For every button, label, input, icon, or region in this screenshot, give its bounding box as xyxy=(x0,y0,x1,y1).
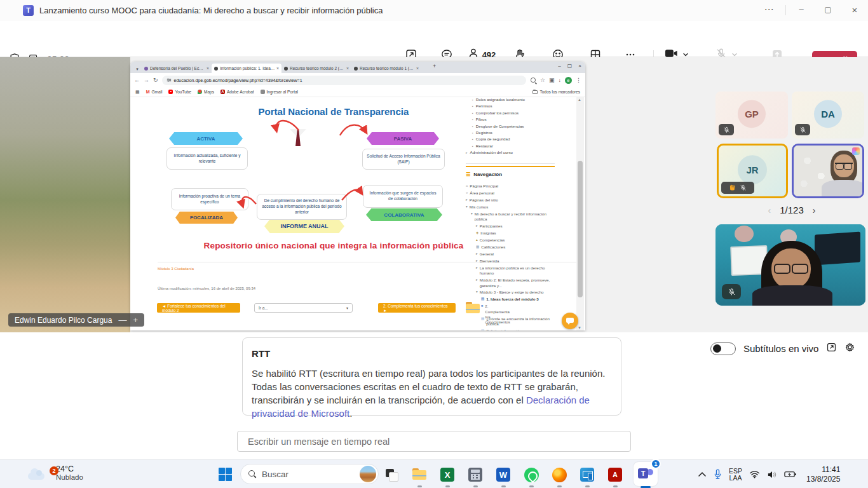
acrobat-button[interactable]: A xyxy=(606,465,625,484)
browser-minimize-button[interactable]: – xyxy=(558,63,560,69)
downloads-icon[interactable]: ↓ xyxy=(559,77,562,83)
navigation-item[interactable]: ▸ Bienvenida xyxy=(466,259,559,264)
browser-menu-icon[interactable]: ⋮ xyxy=(576,77,581,83)
admin-item[interactable]: ▪ Copia de seguridad xyxy=(466,137,561,141)
bookmark-item[interactable]: M Gmail xyxy=(146,90,163,94)
scrollbar-thumb[interactable] xyxy=(578,161,583,297)
admin-item[interactable]: ▸ Administración del curso xyxy=(466,150,561,154)
bookmark-item[interactable]: A Adobe Acrobat xyxy=(220,90,254,94)
zoom-search-icon[interactable] xyxy=(530,74,536,86)
address-input[interactable]: educacion.dpe.gob.ec/mod/page/view.php?i… xyxy=(162,76,526,85)
participant-tile-da[interactable]: DA xyxy=(792,92,864,139)
language-indicator[interactable]: ESPLAA xyxy=(729,468,742,482)
participant-tile-gp[interactable]: GP xyxy=(715,92,788,139)
tray-microphone-icon[interactable] xyxy=(714,469,722,480)
jump-to-select[interactable]: Ir a... ▾ xyxy=(254,303,353,313)
window-restore-button[interactable]: ▢ xyxy=(818,3,837,17)
pager-next-icon[interactable]: › xyxy=(813,205,816,215)
all-bookmarks-button[interactable]: Todos los marcadores xyxy=(532,90,580,94)
zoom-out-icon[interactable]: — xyxy=(118,315,126,325)
bing-daily-image[interactable] xyxy=(360,466,376,482)
battery-icon[interactable] xyxy=(784,470,797,478)
navigation-item[interactable]: ▤ Solicitar información xyxy=(466,329,559,330)
participant-tile-video[interactable] xyxy=(792,144,864,198)
admin-item[interactable]: ▪ Filtros xyxy=(466,117,561,121)
bookmark-item[interactable]: Maps xyxy=(198,90,214,94)
task-view-button[interactable] xyxy=(382,465,401,484)
apps-grid-icon[interactable]: ▦ xyxy=(135,90,140,95)
wifi-icon[interactable] xyxy=(749,470,760,478)
navigation-item[interactable]: ▴ Competencias xyxy=(466,238,559,243)
navigation-item[interactable]: ○ Área personal xyxy=(466,191,559,196)
captions-popout-icon[interactable] xyxy=(826,342,837,355)
navigation-item[interactable]: ▸ Participantes xyxy=(466,224,559,229)
navigation-item[interactable]: ▸ General xyxy=(466,252,559,257)
volume-icon[interactable] xyxy=(767,470,777,479)
navigation-item[interactable]: ▾ Módulo 3 - Ejerce y exige tu derecho xyxy=(466,290,559,295)
admin-item[interactable]: ▪ Desglose de Competencias xyxy=(466,124,561,128)
tab-close-icon[interactable]: × xyxy=(416,66,419,71)
bookmark-item[interactable]: Ingresar al Portal xyxy=(261,90,299,94)
navigation-item[interactable]: ▤ 1. Ideas fuerza del módulo 3 xyxy=(466,297,559,302)
navigation-item[interactable]: ▸ La información pública es un derecho h… xyxy=(466,266,559,276)
tab-close-icon[interactable]: × xyxy=(207,66,209,71)
file-explorer-button[interactable] xyxy=(410,465,429,484)
side-panel-icon[interactable]: ▣ xyxy=(549,77,555,83)
page-scrollbar[interactable]: ▲ ▼ xyxy=(576,97,584,330)
participant-tile-jr[interactable]: JR xyxy=(717,144,788,198)
browser-tab[interactable]: Recurso teórico módulo 1 (1)... × xyxy=(351,64,421,73)
word-button[interactable]: W xyxy=(494,465,513,484)
browser-close-button[interactable]: × xyxy=(578,63,581,69)
forward-icon[interactable]: → xyxy=(144,77,149,83)
tab-search-icon[interactable]: ▾ xyxy=(133,65,142,73)
floating-chat-button[interactable] xyxy=(562,313,578,329)
module-link[interactable]: Módulo 3 Ciudadanía xyxy=(158,267,194,271)
navigation-item[interactable]: ▸ Módulo 2: El Estado respeta, promueve,… xyxy=(466,278,559,288)
admin-item[interactable]: ▪ Registros xyxy=(466,130,561,135)
browser-tab[interactable]: Defensoría del Pueblo | Ecuado × xyxy=(142,64,212,73)
rtt-message-input[interactable] xyxy=(248,437,620,447)
whatsapp-button[interactable] xyxy=(522,465,541,484)
captions-settings-icon[interactable] xyxy=(844,342,855,355)
teams-taskbar-button[interactable]: T 1 xyxy=(634,462,658,486)
bookmark-item[interactable]: YouTube xyxy=(168,90,191,94)
reload-icon[interactable]: ↻ xyxy=(153,77,158,83)
taskbar-search[interactable]: Buscar xyxy=(240,464,379,484)
firefox-button[interactable] xyxy=(550,465,569,484)
phone-link-button[interactable] xyxy=(578,465,597,484)
tab-close-icon[interactable]: × xyxy=(276,66,279,71)
live-captions-toggle[interactable] xyxy=(710,342,736,355)
navigation-item[interactable]: ▾ Mi derecho a buscar y recibir informac… xyxy=(466,212,559,222)
start-button[interactable] xyxy=(219,468,232,481)
navigation-item[interactable]: ▤ ¿Dónde se encuentra la información púb… xyxy=(466,316,559,327)
scroll-up-icon[interactable]: ▲ xyxy=(578,98,581,102)
prev-activity-button[interactable]: ◄ Fortalece tus conocimientos del módulo… xyxy=(157,303,240,313)
back-icon[interactable]: ← xyxy=(134,77,140,83)
admin-item[interactable]: ▪ Restaurar xyxy=(466,144,561,148)
calculator-button[interactable] xyxy=(466,465,485,484)
window-minimize-button[interactable]: – xyxy=(792,3,811,17)
weather-widget[interactable]: 2 24°C Nublado xyxy=(28,464,83,481)
bookmark-star-icon[interactable]: ☆ xyxy=(540,77,545,83)
tab-close-icon[interactable]: × xyxy=(346,66,349,71)
browser-tab[interactable]: Información pública: 1. Ideas f... × xyxy=(212,64,281,73)
pager-prev-icon[interactable]: ‹ xyxy=(768,205,771,215)
zoom-in-icon[interactable]: + xyxy=(133,315,138,325)
next-activity-button[interactable]: 2. Complementa tus conocimientos ► xyxy=(378,303,456,313)
clock[interactable]: 11:41 13/8/2025 xyxy=(806,465,840,484)
window-more-icon[interactable]: ⋯ xyxy=(760,3,778,17)
admin-item[interactable]: ▪ Permisos xyxy=(466,104,561,108)
navigation-item[interactable]: ◈ Insignias xyxy=(466,231,559,236)
browser-tab[interactable]: Recurso teórico módulo 2 (1)... × xyxy=(281,64,351,73)
profile-avatar[interactable]: e xyxy=(565,77,572,84)
new-tab-button[interactable]: + xyxy=(433,63,436,69)
navigation-item[interactable]: ▦ Calificaciones xyxy=(466,245,559,250)
tray-expand-icon[interactable] xyxy=(698,471,707,477)
spotlight-video-tile[interactable] xyxy=(715,224,865,306)
excel-button[interactable]: X xyxy=(438,465,457,484)
navigation-item[interactable]: ▸ Páginas del sitio xyxy=(466,198,559,203)
admin-item[interactable]: ▪ Comprobar los permisos xyxy=(466,111,561,115)
navigation-item[interactable]: ⌂ Página Principal xyxy=(466,184,559,189)
navigation-item[interactable]: ■ 2. Complementa tus conocimientos xyxy=(466,304,481,315)
window-close-button[interactable]: × xyxy=(845,3,864,17)
